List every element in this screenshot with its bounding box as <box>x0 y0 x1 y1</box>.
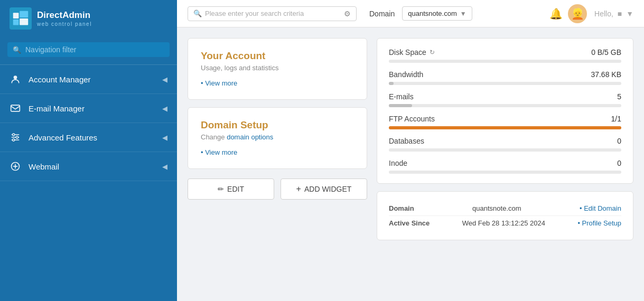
bandwidth-progress-bg <box>389 82 621 85</box>
edit-label: EDIT <box>227 185 244 193</box>
profile-setup-link[interactable]: • Profile Setup <box>577 219 621 227</box>
notifications-icon[interactable]: 🔔 <box>549 7 563 20</box>
bandwidth-progress-fill <box>389 82 394 85</box>
databases-progress-bg <box>389 148 621 152</box>
pencil-icon: ✏ <box>218 185 224 193</box>
edit-domain-link[interactable]: • Edit Domain <box>580 204 621 212</box>
topbar-right: 🔔 👱 Hello, ■ ▼ <box>549 4 633 23</box>
sidebar-item-webmail-label: Webmail <box>29 162 59 171</box>
sidebar: DirectAdmin web control panel 🔍 Account … <box>0 0 177 301</box>
domain-select[interactable]: quantsnote.com ▼ <box>402 6 472 21</box>
disk-refresh-icon[interactable]: ↻ <box>430 49 435 56</box>
widget-actions: ✏ EDIT + ADD WIDGET <box>188 178 367 200</box>
sidebar-item-advanced-features-label: Advanced Features <box>29 133 97 142</box>
chevron-email-icon: ◀ <box>162 105 167 112</box>
domain-chevron-icon: ▼ <box>460 10 466 17</box>
databases-value: 0 <box>617 137 621 145</box>
di-active-value: Wed Feb 28 13:12:25 2024 <box>462 219 545 227</box>
emails-progress-bg <box>389 104 621 107</box>
your-account-subtitle: Usage, logs and statistics <box>201 64 354 72</box>
right-col: Disk Space ↻ 0 B/5 GB Bandwidth 37.68 KB <box>377 38 633 290</box>
domain-info-domain-row: Domain quantsnote.com • Edit Domain <box>389 201 621 215</box>
person-icon <box>10 73 21 85</box>
left-col: Your Account Usage, logs and statistics … <box>188 38 367 290</box>
sidebar-item-account-manager-label: Account Manager <box>29 75 91 84</box>
avatar: 👱 <box>568 4 587 23</box>
domain-info-active-row: Active Since Wed Feb 28 13:12:25 2024 • … <box>389 215 621 230</box>
settings-icon <box>10 131 21 143</box>
svg-rect-3 <box>20 18 28 25</box>
domain-label: Domain <box>369 10 395 18</box>
your-account-title: Your Account <box>201 50 354 62</box>
bandwidth-row: Bandwidth 37.68 KB <box>389 70 621 79</box>
sidebar-item-account-manager[interactable]: Account Manager ◀ <box>0 65 177 93</box>
sidebar-item-advanced-features[interactable]: Advanced Features ◀ <box>0 123 177 152</box>
svg-point-4 <box>14 76 17 79</box>
svg-point-9 <box>13 134 15 136</box>
nav-section-webmail: Webmail ◀ <box>0 152 177 181</box>
nav-section-account: Account Manager ◀ <box>0 65 177 94</box>
search-input[interactable] <box>205 10 341 17</box>
nav-filter-wrapper[interactable]: 🔍 <box>7 42 170 57</box>
inode-row: Inode 0 <box>389 159 621 167</box>
databases-label: Databases <box>389 137 424 145</box>
domain-setup-view-more[interactable]: • View more <box>201 148 237 156</box>
logo-title: DirectAdmin <box>37 10 92 21</box>
ftp-label: FTP Accounts <box>389 115 435 123</box>
nav-section-advanced: Advanced Features ◀ <box>0 123 177 152</box>
topbar: 🔍 ⚙ Domain quantsnote.com ▼ 🔔 👱 Hello, ■… <box>177 0 644 27</box>
emails-progress-fill <box>389 104 412 107</box>
disk-space-row: Disk Space ↻ 0 B/5 GB <box>389 48 621 57</box>
domain-info-card: Domain quantsnote.com • Edit Domain Acti… <box>377 191 633 240</box>
search-icon: 🔍 <box>193 10 202 17</box>
svg-point-10 <box>16 136 18 138</box>
domain-options-link[interactable]: domain options <box>227 133 273 141</box>
logo-icon <box>10 7 32 30</box>
logo-subtitle: web control panel <box>37 21 92 27</box>
bandwidth-label: Bandwidth <box>389 70 423 79</box>
nav-filter-container: 🔍 <box>0 37 177 65</box>
disk-space-label: Disk Space ↻ <box>389 48 435 57</box>
sidebar-item-webmail[interactable]: Webmail ◀ <box>0 152 177 181</box>
emails-label: E-mails <box>389 92 414 101</box>
edit-button[interactable]: ✏ EDIT <box>188 178 274 200</box>
add-widget-label: ADD WIDGET <box>304 185 351 193</box>
sidebar-item-email-manager-label: E-mail Manager <box>29 104 85 113</box>
chevron-account-icon: ◀ <box>162 76 167 83</box>
databases-row: Databases 0 <box>389 137 621 145</box>
resource-stats-card: Disk Space ↻ 0 B/5 GB Bandwidth 37.68 KB <box>377 38 633 184</box>
di-domain-label: Domain <box>389 204 414 212</box>
emails-value: 5 <box>617 92 621 101</box>
add-widget-button[interactable]: + ADD WIDGET <box>281 178 367 200</box>
bandwidth-value: 37.68 KB <box>591 70 621 79</box>
inode-value: 0 <box>617 159 621 167</box>
add-widget-plus-icon: + <box>296 184 301 194</box>
svg-rect-2 <box>13 20 19 25</box>
search-settings-icon[interactable]: ⚙ <box>344 10 351 18</box>
di-active-label: Active Since <box>389 219 430 227</box>
topbar-chevron-icon: ▼ <box>626 10 633 18</box>
ftp-progress-fill <box>389 126 621 129</box>
ftp-value: 1/1 <box>611 115 621 123</box>
nav-filter-input[interactable] <box>25 45 164 54</box>
sidebar-item-email-manager[interactable]: E-mail Manager ◀ <box>0 94 177 123</box>
svg-rect-0 <box>13 13 19 18</box>
hello-user: ■ <box>618 10 622 18</box>
logo-text: DirectAdmin web control panel <box>37 10 92 26</box>
search-wrapper[interactable]: 🔍 ⚙ <box>188 6 357 21</box>
your-account-card: Your Account Usage, logs and statistics … <box>188 38 367 100</box>
your-account-view-more[interactable]: • View more <box>201 79 237 87</box>
plus-circle-icon <box>10 161 21 172</box>
email-icon <box>10 102 21 114</box>
hello-text: Hello, <box>594 10 613 18</box>
inode-progress-bg <box>389 171 621 174</box>
domain-setup-card: Domain Setup Change domain options • Vie… <box>188 107 367 169</box>
di-domain-value: quantsnote.com <box>472 204 521 212</box>
nav-section-email: E-mail Manager ◀ <box>0 94 177 123</box>
domain-setup-title: Domain Setup <box>201 119 354 131</box>
hello-label[interactable]: Hello, ■ ▼ <box>592 10 633 18</box>
svg-rect-5 <box>11 105 20 111</box>
domain-select-value: quantsnote.com <box>408 10 457 17</box>
content: Your Account Usage, logs and statistics … <box>177 27 644 301</box>
main: 🔍 ⚙ Domain quantsnote.com ▼ 🔔 👱 Hello, ■… <box>177 0 644 301</box>
